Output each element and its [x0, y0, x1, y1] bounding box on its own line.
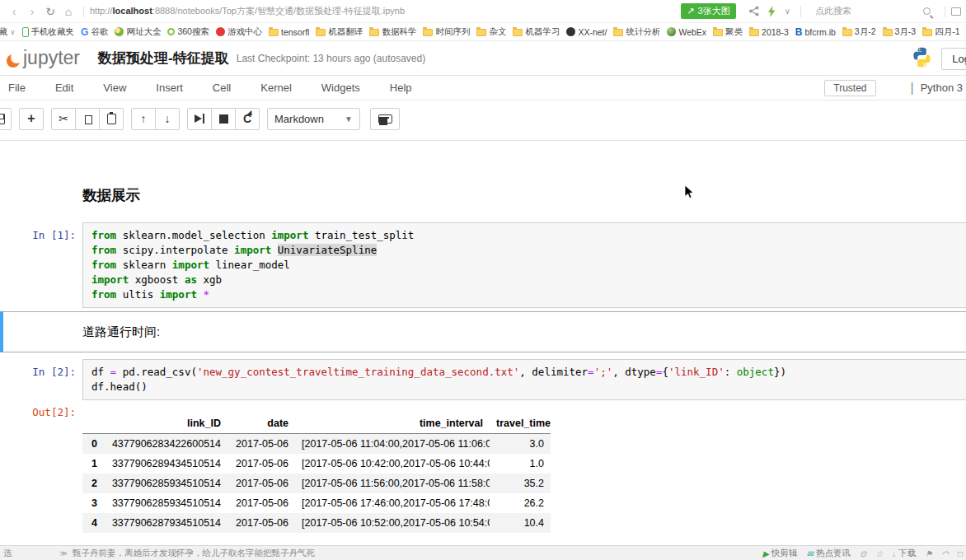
jupyter-logo[interactable]: jupyter — [7, 47, 80, 69]
cut-cell-button[interactable]: ✂ — [51, 108, 76, 130]
row-index: 1 — [82, 454, 104, 474]
bookmark-item[interactable]: 机器学习 — [513, 26, 560, 38]
search-input[interactable]: 点此搜索 — [815, 5, 939, 17]
bookmark-item[interactable]: 聚类 — [713, 26, 743, 38]
refresh-button[interactable]: ↻ — [41, 3, 59, 20]
forward-button[interactable]: › — [23, 3, 41, 20]
status-item-flag[interactable] — [925, 548, 932, 558]
header-right: Logout — [911, 46, 966, 72]
status-item-hot[interactable] — [875, 548, 883, 558]
flag-icon — [925, 548, 932, 558]
run-cell-button[interactable] — [187, 108, 212, 130]
table-row: 433779062879345105142017-05-06[2017-05-0… — [82, 513, 551, 533]
cell-type-dropdown[interactable]: Markdown ▼ — [267, 108, 360, 130]
menu-item-cell[interactable]: Cell — [211, 76, 232, 100]
menu-item-insert[interactable]: Insert — [154, 76, 185, 100]
bookmark-item[interactable]: 时间序列 — [423, 26, 470, 38]
move-cell-down-button[interactable]: ↓ — [155, 108, 180, 130]
markdown-heading[interactable]: 数据展示 — [82, 185, 140, 205]
menu-item-edit[interactable]: Edit — [54, 76, 75, 100]
bookmark-item[interactable]: 网址大全 — [115, 26, 161, 38]
restart-icon: C — [243, 112, 251, 125]
share-icon[interactable] — [748, 6, 759, 16]
bookmark-item[interactable]: 数据科学 — [369, 26, 416, 38]
stop-icon — [219, 114, 228, 124]
dataframe-output: link_IDdatetime_intervaltravel_time 0437… — [82, 413, 551, 533]
menu-item-view[interactable]: View — [101, 76, 128, 100]
jupyter-header: jupyter 数据预处理-特征提取 Last Checkpoint: 13 h… — [0, 41, 966, 76]
notebook-title[interactable]: 数据预处理-特征提取 — [98, 49, 229, 68]
move-cell-up-button[interactable]: ↑ — [131, 108, 156, 130]
bookmark-label: 网址大全 — [126, 26, 161, 38]
bookmark-item[interactable]: 机器翻译 — [316, 26, 363, 38]
add-cell-button[interactable]: + — [19, 108, 44, 130]
bookmark-item[interactable]: tensorfl — [269, 27, 309, 37]
row-index: 4 — [82, 513, 104, 533]
keyboard-icon — [378, 114, 392, 124]
table-cell: 2017-05-06 — [227, 454, 295, 474]
bookmark-item[interactable]: G谷歌 — [81, 26, 108, 38]
divider — [945, 6, 945, 17]
paste-cell-button[interactable] — [99, 108, 124, 130]
jupyter-logo-text: jupyter — [23, 47, 80, 69]
run-icon — [195, 114, 205, 124]
search-icon[interactable] — [923, 7, 931, 15]
bookmark-item[interactable]: 四月-1 — [922, 26, 959, 38]
bookmark-item[interactable]: 3月-3 — [883, 26, 917, 38]
window-panel-icon[interactable] — [951, 7, 961, 16]
status-item-play[interactable]: 快剪辑 — [762, 548, 797, 559]
logout-button[interactable]: Logout — [941, 48, 966, 70]
menu-item-kernel[interactable]: Kernel — [259, 76, 293, 100]
code-cell-1[interactable]: In [1]: from sklearn.model_selection imp… — [0, 222, 966, 308]
chevron-down-icon[interactable]: ∨ — [785, 7, 790, 16]
accelerator-lightning-icon[interactable] — [767, 6, 776, 17]
bookmark-item[interactable]: WebEx — [667, 27, 706, 37]
bookmark-item[interactable]: 2018-3 — [749, 27, 789, 37]
copy-cell-button[interactable] — [75, 108, 100, 130]
status-item-clock[interactable] — [860, 548, 866, 558]
divider — [0, 140, 966, 141]
home-button[interactable]: ⌂ — [59, 3, 77, 20]
command-palette-button[interactable] — [370, 108, 400, 130]
news-ticker[interactable]: 甄子丹前妻，离婚后才发现怀孕，给儿子取名字能把甄子丹气死 — [73, 548, 315, 559]
code-line: df = pd.read_csv('new_gy_contest_travelt… — [91, 365, 959, 380]
status-right-items: 快剪辑热点资讯下载 — [762, 548, 963, 559]
bookmark-item[interactable]: 3月-2 — [842, 26, 876, 38]
markdown-text: 道路通行时间: — [82, 324, 160, 340]
status-item-download[interactable]: 下载 — [892, 548, 916, 559]
big-image-badge[interactable]: ↗3张大图 — [681, 3, 735, 19]
table-cell: 26.2 — [490, 493, 551, 513]
code-cell-2[interactable]: In [2]: df = pd.read_csv('new_gy_contest… — [0, 359, 966, 400]
bookmark-item[interactable]: 杂文 — [476, 26, 506, 38]
bookmark-item[interactable]: 收藏∨ — [0, 26, 16, 38]
menu-item-help[interactable]: Help — [388, 76, 414, 100]
status-item-net[interactable] — [941, 548, 949, 558]
github-icon — [566, 27, 575, 36]
bookmark-item[interactable]: Bbfcrm.ib — [795, 26, 836, 38]
bookmark-item[interactable]: 统计分析 — [613, 26, 660, 38]
bookmark-item[interactable]: 手机收藏夹 — [22, 26, 75, 38]
trusted-button[interactable]: Trusted — [824, 80, 875, 96]
menu-item-file[interactable]: File — [7, 76, 27, 100]
table-cell: 4377906283422600514 — [104, 434, 227, 455]
code-editor[interactable]: from sklearn.model_selection import trai… — [91, 228, 959, 302]
bookmark-item[interactable]: 游戏中心 — [216, 26, 262, 38]
bookmark-item[interactable]: XX-net/ — [566, 27, 607, 37]
save-button[interactable] — [0, 108, 12, 130]
bookmark-item[interactable]: 360搜索 — [167, 26, 209, 38]
folder-icon — [513, 29, 523, 36]
back-button[interactable]: ‹ — [5, 3, 23, 20]
kernel-name: Python 3 — [921, 82, 963, 94]
table-cell: [2017-05-06 17:46:00,2017-05-06 17:48:00… — [295, 493, 490, 513]
download-icon — [892, 548, 896, 558]
menu-item-widgets[interactable]: Widgets — [320, 76, 362, 100]
bookmark-label: 杂文 — [489, 26, 506, 38]
interrupt-kernel-button[interactable] — [211, 108, 236, 130]
code-line: from sklearn.model_selection import trai… — [91, 228, 959, 243]
address-bar[interactable]: http://localhost:8888/notebooks/Top方案/智慧… — [90, 5, 681, 17]
restart-kernel-button[interactable]: C — [235, 108, 260, 130]
code-editor[interactable]: df = pd.read_csv('new_gy_contest_travelt… — [91, 365, 959, 394]
markdown-cell-selected[interactable]: 道路通行时间: — [0, 311, 966, 352]
status-item-news[interactable]: 热点资讯 — [807, 548, 851, 559]
status-item-window[interactable] — [958, 548, 963, 558]
